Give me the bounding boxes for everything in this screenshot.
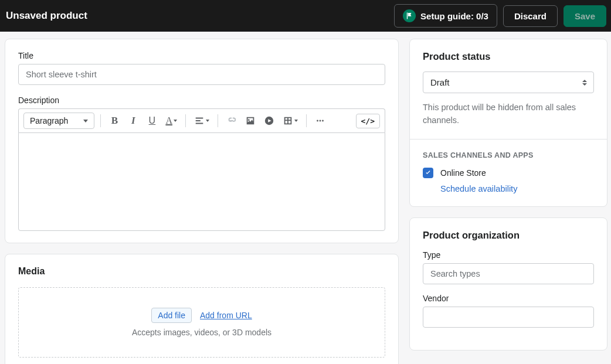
media-card: Media Add file Add from URL Accepts imag… <box>5 254 399 364</box>
divider <box>410 139 607 140</box>
paragraph-style-dropdown[interactable]: Paragraph <box>23 113 94 129</box>
dropzone-hint: Accepts images, videos, or 3D models <box>132 328 271 337</box>
topbar: Unsaved product Setup guide: 0/3 Discard… <box>0 0 611 32</box>
text-color-button[interactable]: A <box>163 113 179 129</box>
title-label: Title <box>18 51 385 60</box>
status-select[interactable]: Draft <box>423 72 594 93</box>
type-field: Type <box>423 250 594 284</box>
table-button[interactable] <box>280 113 300 129</box>
vendor-input[interactable] <box>423 307 594 328</box>
svg-point-2 <box>320 120 321 122</box>
rte-toolbar: Paragraph B I U A <box>18 108 385 132</box>
topbar-actions: Setup guide: 0/3 Discard Save <box>394 4 606 28</box>
product-status-card: Product status Draft This product will b… <box>409 39 607 207</box>
check-icon <box>425 169 432 176</box>
image-button[interactable] <box>243 113 258 129</box>
html-toggle-button[interactable]: </> <box>356 114 380 128</box>
media-dropzone[interactable]: Add file Add from URL Accepts images, vi… <box>18 287 385 358</box>
setup-guide-label: Setup guide: 0/3 <box>420 11 488 21</box>
main-column: Title Description Paragraph B I U A <box>5 39 399 364</box>
video-button[interactable] <box>262 113 277 129</box>
chevron-down-icon <box>83 120 88 123</box>
product-organization-card: Product organization Type Vendor <box>409 217 607 351</box>
link-button[interactable] <box>224 113 239 129</box>
underline-button[interactable]: U <box>144 113 159 129</box>
vendor-field: Vendor <box>423 294 594 328</box>
online-store-checkbox[interactable] <box>423 168 433 178</box>
more-button[interactable] <box>313 113 328 129</box>
channel-label: Online Store <box>440 168 486 178</box>
title-description-card: Title Description Paragraph B I U A <box>5 39 399 243</box>
bold-button[interactable]: B <box>107 113 122 129</box>
status-select-wrap: Draft <box>423 72 594 93</box>
vendor-label: Vendor <box>423 294 594 303</box>
add-file-button[interactable]: Add file <box>151 308 192 323</box>
description-label: Description <box>18 96 385 105</box>
product-organization-heading: Product organization <box>423 230 594 241</box>
type-label: Type <box>423 250 594 260</box>
svg-point-1 <box>317 120 318 122</box>
status-hint: This product will be hidden from all sal… <box>423 101 594 127</box>
chevron-down-icon <box>294 120 298 122</box>
schedule-availability-link[interactable]: Schedule availability <box>440 184 594 193</box>
discard-button[interactable]: Discard <box>503 5 558 27</box>
chevron-down-icon <box>206 120 209 122</box>
type-input[interactable] <box>423 263 594 284</box>
svg-point-3 <box>322 120 324 122</box>
toolbar-separator <box>218 114 218 127</box>
toolbar-separator <box>185 114 186 127</box>
toolbar-separator <box>306 114 307 127</box>
title-input[interactable] <box>18 64 385 85</box>
toolbar-separator <box>100 114 101 127</box>
dropzone-actions: Add file Add from URL <box>151 308 252 323</box>
main-layout: Title Description Paragraph B I U A <box>0 32 611 364</box>
page-title: Unsaved product <box>6 10 87 22</box>
save-button[interactable]: Save <box>564 5 606 27</box>
description-editor[interactable] <box>18 132 385 231</box>
description-group: Description Paragraph B I U A <box>18 96 385 231</box>
setup-guide-button[interactable]: Setup guide: 0/3 <box>394 4 497 28</box>
flag-icon <box>403 9 416 22</box>
add-from-url-link[interactable]: Add from URL <box>200 311 252 320</box>
channel-row-online-store: Online Store <box>423 168 594 178</box>
paragraph-style-label: Paragraph <box>30 116 68 125</box>
product-status-heading: Product status <box>423 51 594 62</box>
chevron-down-icon <box>174 120 177 122</box>
italic-button[interactable]: I <box>125 113 141 129</box>
media-heading: Media <box>18 266 385 277</box>
align-button[interactable] <box>192 113 212 129</box>
sales-channels-heading: SALES CHANNELS AND APPS <box>423 151 594 159</box>
side-column: Product status Draft This product will b… <box>409 39 607 364</box>
